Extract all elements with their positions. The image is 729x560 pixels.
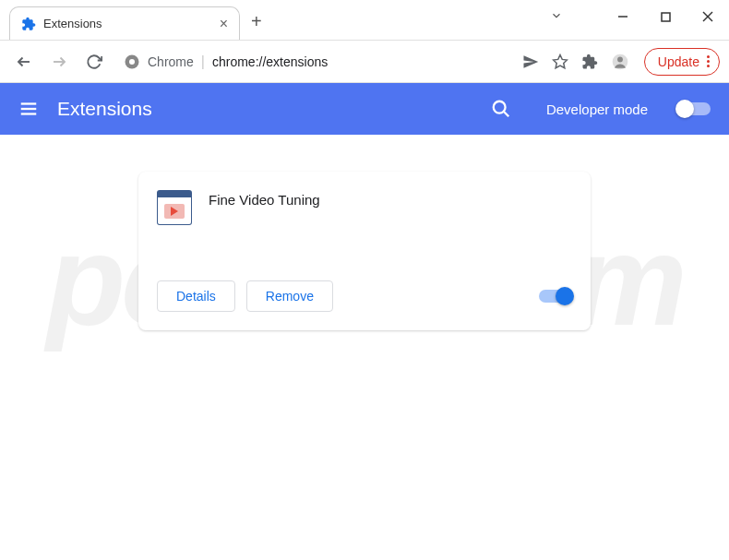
maximize-button[interactable] — [644, 0, 687, 33]
profile-avatar-icon[interactable] — [611, 53, 629, 71]
remove-button[interactable]: Remove — [246, 280, 333, 312]
url-scheme-label: Chrome — [148, 54, 194, 69]
window-titlebar: Extensions × + — [0, 0, 729, 41]
close-window-button[interactable] — [687, 0, 729, 33]
toggle-knob — [556, 287, 574, 305]
extension-name: Fine Video Tuning — [209, 190, 320, 225]
extension-app-icon — [157, 190, 192, 225]
svg-point-14 — [494, 101, 506, 113]
update-label: Update — [658, 54, 699, 69]
bookmark-star-icon[interactable] — [552, 54, 568, 70]
chrome-logo-icon — [124, 54, 140, 70]
svg-rect-1 — [662, 13, 670, 21]
extension-puzzle-icon — [21, 17, 36, 31]
developer-mode-toggle[interactable] — [677, 102, 711, 115]
page-title: Extensions — [57, 98, 472, 120]
browser-tab[interactable]: Extensions × — [9, 6, 240, 40]
url-separator: | — [201, 54, 205, 70]
tab-close-icon[interactable]: × — [220, 16, 228, 32]
menu-dots-icon — [707, 55, 710, 67]
reload-button[interactable] — [79, 47, 109, 77]
tab-dropdown-icon[interactable] — [550, 9, 563, 22]
forward-button[interactable] — [44, 47, 74, 77]
card-header: Fine Video Tuning — [157, 190, 572, 225]
toggle-knob — [675, 100, 694, 118]
window-controls — [602, 0, 729, 33]
extension-card: Fine Video Tuning Details Remove — [138, 172, 591, 330]
url-path: chrome://extensions — [212, 54, 328, 69]
extension-enable-toggle[interactable] — [539, 290, 572, 303]
extensions-header: Extensions Developer mode — [0, 83, 729, 135]
update-button[interactable]: Update — [644, 48, 720, 76]
toolbar-icons — [522, 53, 629, 71]
url-box[interactable]: Chrome | chrome://extensions — [114, 54, 517, 70]
developer-mode-label: Developer mode — [546, 101, 648, 117]
tab-title: Extensions — [43, 17, 212, 30]
address-bar: Chrome | chrome://extensions Update — [0, 41, 729, 83]
minimize-button[interactable] — [602, 0, 644, 33]
details-button[interactable]: Details — [157, 280, 235, 312]
card-footer: Details Remove — [157, 280, 572, 312]
svg-point-7 — [129, 59, 135, 65]
svg-point-10 — [617, 56, 623, 62]
content-area: Fine Video Tuning Details Remove — [0, 135, 729, 367]
back-button[interactable] — [9, 47, 39, 77]
search-icon[interactable] — [491, 99, 511, 119]
svg-line-15 — [504, 112, 509, 117]
extensions-puzzle-icon[interactable] — [581, 54, 598, 70]
svg-marker-8 — [553, 54, 567, 67]
send-icon[interactable] — [522, 54, 539, 70]
hamburger-menu-icon[interactable] — [18, 99, 39, 119]
new-tab-button[interactable]: + — [251, 11, 262, 32]
